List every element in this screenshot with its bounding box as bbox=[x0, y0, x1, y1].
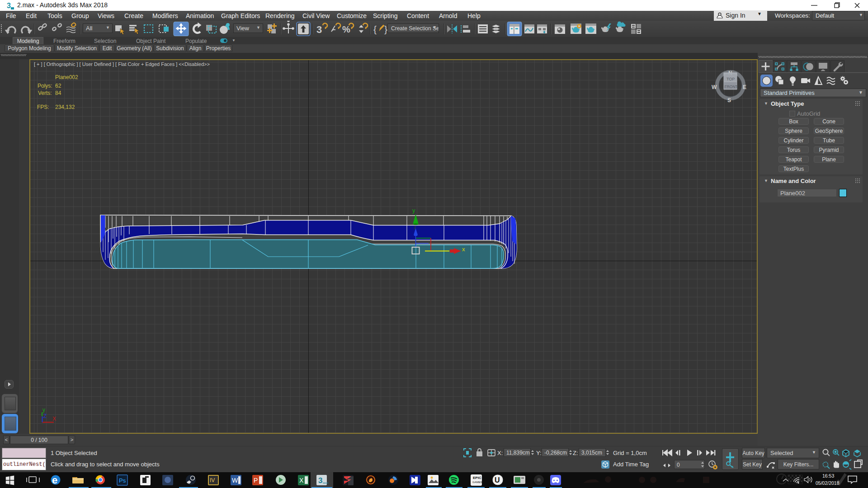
svg-text:3: 3 bbox=[7, 2, 11, 9]
svg-text:{: { bbox=[373, 24, 377, 34]
svg-text:MAX: MAX bbox=[323, 482, 329, 484]
svg-text:x: x bbox=[462, 246, 465, 253]
svg-text:EPIC: EPIC bbox=[473, 476, 481, 480]
svg-text:S: S bbox=[727, 97, 731, 103]
svg-text:Z: Z bbox=[43, 413, 47, 419]
svg-text:y: y bbox=[42, 407, 45, 413]
svg-text:E: E bbox=[743, 84, 746, 90]
svg-text:05/02/2018: 05/02/2018 bbox=[816, 480, 840, 486]
svg-text:FRONT: FRONT bbox=[725, 84, 738, 89]
svg-text:TOP: TOP bbox=[726, 77, 735, 81]
svg-text:e: e bbox=[52, 474, 57, 486]
svg-text:16:53: 16:53 bbox=[822, 473, 834, 479]
svg-text:}: } bbox=[384, 24, 387, 34]
svg-text:Ps: Ps bbox=[119, 477, 126, 484]
svg-text:3: 3 bbox=[318, 476, 322, 485]
svg-text:%: % bbox=[342, 24, 350, 34]
svg-text:X: X bbox=[52, 416, 56, 422]
svg-text:W: W bbox=[712, 84, 717, 90]
svg-text:y: y bbox=[412, 207, 415, 214]
svg-text:P: P bbox=[254, 477, 258, 484]
svg-text:W: W bbox=[232, 477, 238, 484]
svg-text:X: X bbox=[299, 477, 304, 484]
svg-text:IV: IV bbox=[210, 477, 215, 483]
svg-text:3: 3 bbox=[316, 24, 322, 35]
svg-text:GAMES: GAMES bbox=[472, 481, 482, 483]
svg-text:U: U bbox=[495, 476, 500, 484]
